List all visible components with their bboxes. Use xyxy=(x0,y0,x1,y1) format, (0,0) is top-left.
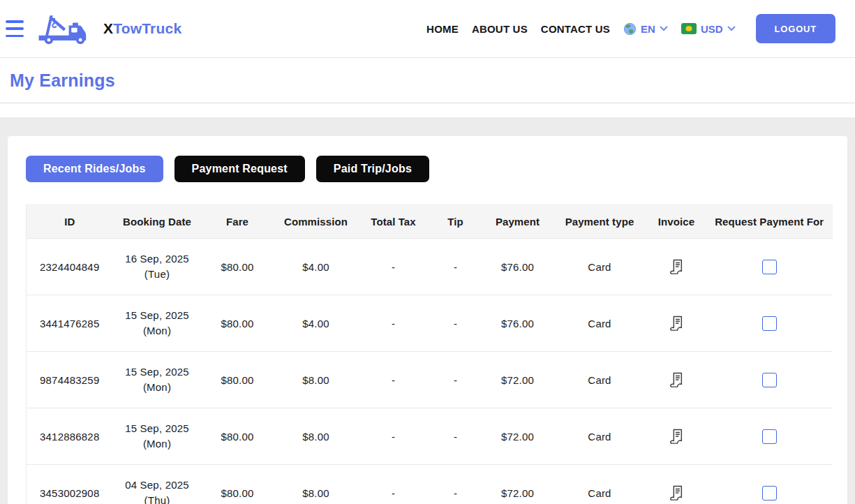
cell-tip: - xyxy=(429,465,483,504)
cell-ride-id: 3441476285 xyxy=(27,295,113,352)
cell-booking-date: 16 Sep, 2025(Tue) xyxy=(113,239,202,295)
cell-payment-type: Card xyxy=(553,465,647,504)
cell-total-tax: - xyxy=(359,295,429,352)
nav-about-us[interactable]: ABOUT US xyxy=(472,23,528,35)
cell-request-payment xyxy=(706,465,833,504)
cell-payment: $72.00 xyxy=(483,352,553,408)
globe-icon xyxy=(623,22,637,36)
cell-request-payment xyxy=(706,295,833,352)
col-total-tax: Total Tax xyxy=(359,205,429,239)
cell-booking-date: 15 Sep, 2025(Mon) xyxy=(113,295,202,352)
main-nav: HOME ABOUT US CONTACT US EN xyxy=(426,14,835,43)
cell-ride-id: 3412886828 xyxy=(27,408,113,465)
cell-commission: $8.00 xyxy=(274,352,359,408)
cell-fare: $80.00 xyxy=(202,465,274,504)
cell-fare: $80.00 xyxy=(202,295,274,352)
tab-paid-trip-jobs[interactable]: Paid Trip/Jobs xyxy=(316,156,429,182)
table-header: ID Booking Date Fare Commission Total Ta… xyxy=(27,205,833,239)
brand-logo[interactable]: XTowTruck xyxy=(36,12,181,45)
cell-commission: $8.00 xyxy=(274,465,359,504)
receipt-icon[interactable] xyxy=(669,371,684,389)
col-invoice: Invoice xyxy=(647,205,706,239)
cell-payment-type: Card xyxy=(553,352,647,408)
tow-truck-logo-icon xyxy=(36,12,96,45)
language-selector[interactable]: EN xyxy=(623,22,668,36)
earnings-card: Recent Rides/Jobs Payment Request Paid T… xyxy=(8,136,847,504)
brand-name: XTowTruck xyxy=(103,20,181,37)
earnings-table-wrap: ID Booking Date Fare Commission Total Ta… xyxy=(26,205,833,504)
cell-fare: $80.00 xyxy=(202,408,274,465)
cell-total-tax: - xyxy=(359,352,429,408)
page-title-bar: My Earnings xyxy=(0,58,855,103)
cell-payment: $72.00 xyxy=(483,408,553,465)
cell-invoice xyxy=(647,295,706,352)
cell-total-tax: - xyxy=(359,465,429,504)
chevron-down-icon xyxy=(660,26,668,31)
earnings-content: Recent Rides/Jobs Payment Request Paid T… xyxy=(0,117,855,504)
earnings-table: ID Booking Date Fare Commission Total Ta… xyxy=(26,205,833,504)
cell-fare: $80.00 xyxy=(202,239,274,295)
request-payment-checkbox[interactable] xyxy=(762,373,777,387)
chevron-down-icon xyxy=(727,26,736,31)
cell-total-tax: - xyxy=(359,408,429,465)
col-id: ID xyxy=(27,205,113,239)
nav-contact-us[interactable]: CONTACT US xyxy=(541,23,610,35)
cell-invoice xyxy=(647,239,706,295)
request-payment-checkbox[interactable] xyxy=(762,429,777,444)
tab-recent-rides-jobs[interactable]: Recent Rides/Jobs xyxy=(26,156,163,182)
hamburger-icon[interactable] xyxy=(6,20,24,37)
col-request-payment-for: Request Payment For xyxy=(706,205,833,239)
col-payment-type: Payment type xyxy=(553,205,647,239)
cell-tip: - xyxy=(429,352,483,408)
col-commission: Commission xyxy=(274,205,359,239)
cell-booking-date: 04 Sep, 2025(Thu) xyxy=(113,465,202,504)
table-row: 987448325915 Sep, 2025(Mon)$80.00$8.00--… xyxy=(27,352,833,408)
table-row: 345300290804 Sep, 2025(Thu)$80.00$8.00--… xyxy=(27,465,833,504)
cell-commission: $8.00 xyxy=(274,408,359,465)
cell-payment: $76.00 xyxy=(483,295,553,352)
col-booking-date: Booking Date xyxy=(113,205,202,239)
table-row: 344147628515 Sep, 2025(Mon)$80.00$4.00--… xyxy=(27,295,833,352)
table-row: 341288682815 Sep, 2025(Mon)$80.00$8.00--… xyxy=(27,408,833,465)
cell-request-payment xyxy=(706,408,833,465)
request-payment-checkbox[interactable] xyxy=(762,260,777,274)
logout-button[interactable]: LOGOUT xyxy=(756,14,835,43)
cell-total-tax: - xyxy=(359,239,429,295)
currency-code: USD xyxy=(701,23,723,35)
table-body: 232440484916 Sep, 2025(Tue)$80.00$4.00--… xyxy=(27,239,833,504)
earnings-tabs: Recent Rides/Jobs Payment Request Paid T… xyxy=(26,156,833,182)
cell-invoice xyxy=(647,408,706,465)
cell-invoice xyxy=(647,465,706,504)
currency-selector[interactable]: USD xyxy=(681,23,736,35)
cell-tip: - xyxy=(429,408,483,465)
receipt-icon[interactable] xyxy=(669,428,684,445)
table-row: 232440484916 Sep, 2025(Tue)$80.00$4.00--… xyxy=(27,239,833,295)
page-title: My Earnings xyxy=(10,71,115,91)
cell-tip: - xyxy=(429,295,483,352)
nav-home[interactable]: HOME xyxy=(426,23,459,35)
request-payment-checkbox[interactable] xyxy=(762,316,777,331)
cell-ride-id: 3453002908 xyxy=(27,465,113,504)
cell-tip: - xyxy=(429,239,483,295)
cell-commission: $4.00 xyxy=(274,295,359,352)
cell-commission: $4.00 xyxy=(274,239,359,295)
title-divider-gap xyxy=(0,103,855,117)
cell-payment-type: Card xyxy=(553,295,647,352)
cell-payment: $76.00 xyxy=(483,239,553,295)
col-fare: Fare xyxy=(202,205,274,239)
cell-ride-id: 2324404849 xyxy=(27,239,113,295)
receipt-icon[interactable] xyxy=(669,258,684,276)
cell-payment-type: Card xyxy=(553,239,647,295)
request-payment-checkbox[interactable] xyxy=(762,486,777,501)
cell-ride-id: 9874483259 xyxy=(27,352,113,408)
language-code: EN xyxy=(641,23,655,35)
cell-booking-date: 15 Sep, 2025(Mon) xyxy=(113,352,202,408)
currency-flag-icon xyxy=(681,23,697,34)
col-tip: Tip xyxy=(429,205,483,239)
tab-payment-request[interactable]: Payment Request xyxy=(174,156,305,182)
cell-request-payment xyxy=(706,352,833,408)
top-navbar: XTowTruck HOME ABOUT US CONTACT US EN xyxy=(0,0,855,58)
receipt-icon[interactable] xyxy=(669,484,684,502)
cell-payment: $72.00 xyxy=(483,465,553,504)
receipt-icon[interactable] xyxy=(669,315,684,332)
